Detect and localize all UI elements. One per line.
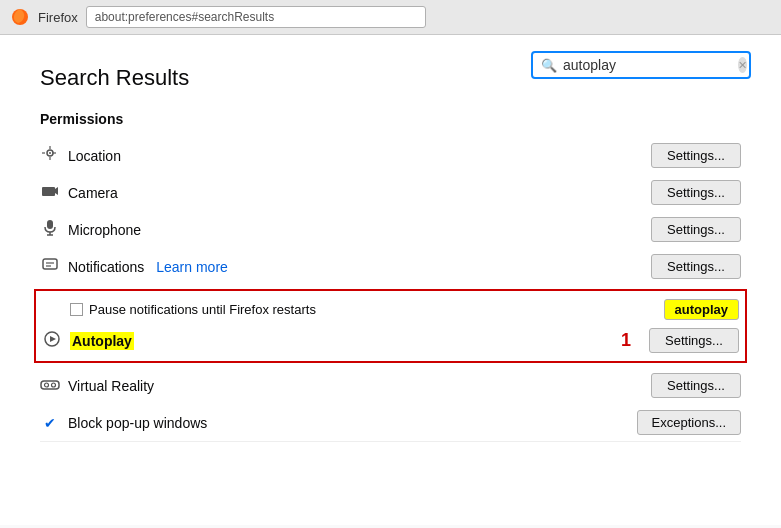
firefox-logo <box>10 7 30 27</box>
permission-left-location: Location <box>40 146 121 165</box>
search-clear-button[interactable]: ✕ <box>738 57 747 73</box>
vr-left: Virtual Reality <box>40 377 154 394</box>
permission-row-location: Location Settings... <box>40 137 741 174</box>
autoplay-left: Autoplay <box>42 331 134 350</box>
search-match-number: 1 <box>611 330 641 351</box>
camera-label: Camera <box>68 185 118 201</box>
popup-left: ✔ Block pop-up windows <box>40 415 207 431</box>
svg-marker-8 <box>55 187 58 195</box>
main-content: 🔍 ✕ Search Results Permissions Location … <box>0 35 781 525</box>
notifications-label: Notifications <box>68 259 144 275</box>
notifications-learn-more-link[interactable]: Learn more <box>156 259 228 275</box>
popup-exceptions-button[interactable]: Exceptions... <box>637 410 741 435</box>
svg-point-18 <box>45 383 49 387</box>
permission-left-camera: Camera <box>40 184 118 201</box>
notifications-icon <box>40 257 60 276</box>
permission-row-microphone: Microphone Settings... <box>40 211 741 248</box>
permissions-heading: Permissions <box>40 111 741 127</box>
search-input[interactable] <box>563 57 738 73</box>
tab-label: Firefox <box>38 10 78 25</box>
location-settings-button[interactable]: Settings... <box>651 143 741 168</box>
autoplay-search-badge: autoplay <box>664 299 739 320</box>
popup-checkbox-icon: ✔ <box>40 415 60 431</box>
vr-icon <box>40 377 60 394</box>
svg-rect-7 <box>42 187 55 196</box>
permission-row-notifications: Notifications Learn more Settings... <box>40 248 741 285</box>
permission-left-microphone: Microphone <box>40 219 141 240</box>
block-popup-row: ✔ Block pop-up windows Exceptions... <box>40 404 741 441</box>
microphone-settings-button[interactable]: Settings... <box>651 217 741 242</box>
browser-chrome: Firefox about:preferences#searchResults <box>0 0 781 35</box>
camera-settings-button[interactable]: Settings... <box>651 180 741 205</box>
vr-label: Virtual Reality <box>68 378 154 394</box>
pause-notifications-checkbox[interactable] <box>70 303 83 316</box>
address-bar[interactable]: about:preferences#searchResults <box>86 6 426 28</box>
search-icon: 🔍 <box>541 58 557 73</box>
bottom-partial-row <box>40 441 741 457</box>
svg-point-19 <box>52 383 56 387</box>
svg-rect-12 <box>43 259 57 269</box>
svg-rect-9 <box>47 220 53 229</box>
microphone-label: Microphone <box>68 222 141 238</box>
pause-notifications-label: Pause notifications until Firefox restar… <box>89 302 316 317</box>
svg-marker-16 <box>50 336 56 342</box>
permission-row-camera: Camera Settings... <box>40 174 741 211</box>
permission-left-notifications: Notifications Learn more <box>40 257 228 276</box>
autoplay-row: Autoplay 1 Settings... <box>42 324 739 357</box>
autoplay-row-right: 1 Settings... <box>611 328 739 353</box>
pause-notifications-left: Pause notifications until Firefox restar… <box>70 302 316 317</box>
pause-notifications-row: Pause notifications until Firefox restar… <box>42 295 739 324</box>
popup-label: Block pop-up windows <box>68 415 207 431</box>
microphone-icon <box>40 219 60 240</box>
autoplay-label: Autoplay <box>70 332 134 350</box>
permissions-section: Permissions Location Settings... Camera … <box>40 111 741 285</box>
search-container: 🔍 ✕ <box>531 51 751 79</box>
autoplay-icon <box>42 331 62 350</box>
autoplay-settings-button[interactable]: Settings... <box>649 328 739 353</box>
virtual-reality-row: Virtual Reality Settings... <box>40 367 741 404</box>
notifications-settings-button[interactable]: Settings... <box>651 254 741 279</box>
location-label: Location <box>68 148 121 164</box>
location-icon <box>40 146 60 165</box>
search-box-wrapper: 🔍 ✕ <box>531 51 751 79</box>
svg-point-2 <box>49 152 51 154</box>
camera-icon <box>40 184 60 201</box>
vr-settings-button[interactable]: Settings... <box>651 373 741 398</box>
autoplay-highlighted-section: Pause notifications until Firefox restar… <box>34 289 747 363</box>
svg-rect-17 <box>41 381 59 389</box>
